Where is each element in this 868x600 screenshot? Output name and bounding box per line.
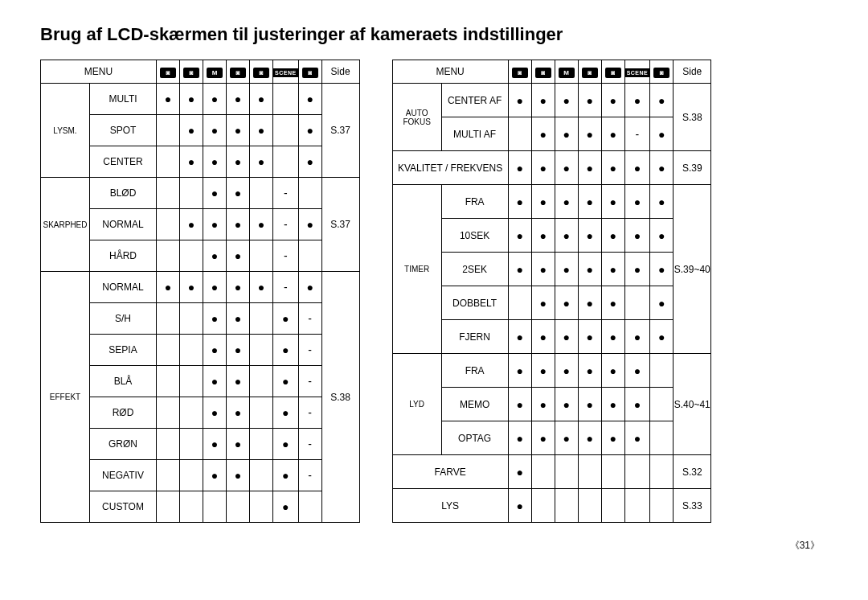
menu-item-cell: CUSTOM	[90, 491, 157, 523]
mark-cell: ●	[250, 209, 273, 240]
mark-cell: ●	[578, 253, 601, 286]
mark-cell	[157, 491, 180, 523]
menu-item-cell: MULTI	[90, 84, 157, 115]
mark-cell: ●	[203, 272, 227, 303]
mode-icon: ◙	[227, 60, 250, 84]
page-ref-cell: S.37	[321, 178, 359, 272]
mark-cell: ●	[508, 151, 531, 185]
mark-cell: ●	[578, 84, 601, 117]
mark-cell: ●	[601, 185, 624, 219]
mark-cell: ●	[531, 151, 555, 185]
mark-cell: ●	[273, 429, 299, 460]
mark-cell: ●	[601, 84, 624, 117]
mark-cell: ●	[508, 253, 531, 286]
mark-cell	[157, 115, 180, 146]
table-row: TIMERFRA●●●●●●●S.39~40	[392, 185, 711, 219]
mark-cell	[180, 429, 203, 460]
mark-cell: ●	[203, 429, 227, 460]
mark-cell: ●	[180, 272, 203, 303]
mark-cell: ●	[555, 320, 578, 354]
mark-cell: ●	[555, 151, 578, 185]
mark-cell	[555, 455, 578, 489]
mark-cell: ●	[555, 354, 578, 388]
mark-cell: ●	[531, 117, 555, 151]
menu-item-cell: NEGATIV	[90, 460, 157, 491]
mark-cell: ●	[227, 209, 250, 240]
mode-icon: ◙	[578, 60, 601, 84]
mark-cell	[157, 209, 180, 240]
mark-cell: ●	[650, 84, 674, 117]
category-cell: SKARPHED	[41, 178, 90, 272]
menu-item-cell: FJERN	[441, 320, 508, 354]
mark-cell: ●	[250, 146, 273, 178]
mark-cell	[157, 335, 180, 366]
menu-item-cell: FARVE	[392, 455, 508, 489]
mark-cell: ●	[601, 320, 624, 354]
mark-cell: ●	[508, 421, 531, 455]
mark-cell: ●	[180, 115, 203, 146]
mark-cell	[650, 421, 674, 455]
mark-cell	[508, 286, 531, 320]
page-title: Brug af LCD-skærmen til justeringer af k…	[40, 24, 828, 45]
mark-cell: ●	[203, 240, 227, 272]
mark-cell: ●	[203, 84, 227, 115]
mark-cell: ●	[601, 354, 624, 388]
mode-icon: ◙	[531, 60, 555, 84]
mark-cell	[650, 455, 674, 489]
mark-cell: ●	[227, 303, 250, 335]
mark-cell: ●	[227, 84, 250, 115]
mark-cell	[157, 460, 180, 491]
mark-cell: ●	[578, 219, 601, 253]
mark-cell	[250, 429, 273, 460]
menu-item-cell: OPTAG	[441, 421, 508, 455]
mark-cell	[273, 115, 299, 146]
mark-cell: ●	[531, 320, 555, 354]
mark-cell: -	[273, 178, 299, 209]
mark-cell: ●	[250, 84, 273, 115]
mark-cell: -	[298, 397, 321, 429]
table-row: KVALITET / FREKVENS●●●●●●●S.39	[392, 151, 711, 185]
mode-icon: M	[555, 60, 578, 84]
mark-cell: ●	[508, 455, 531, 489]
right-table: MENU ◙ ◙ M ◙ ◙ SCENE ◙ Side AUTO FOKUSCE…	[392, 60, 712, 523]
mark-cell: ●	[555, 117, 578, 151]
table-header-row: MENU ◙ ◙ M ◙ ◙ SCENE ◙ Side	[41, 60, 360, 84]
mode-icon: ◙	[250, 60, 273, 84]
mark-cell: ●	[555, 286, 578, 320]
mark-cell: ●	[227, 460, 250, 491]
mark-cell	[650, 354, 674, 388]
menu-item-cell: NORMAL	[90, 272, 157, 303]
mark-cell	[203, 491, 227, 523]
mark-cell: ●	[601, 117, 624, 151]
mark-cell: ●	[203, 178, 227, 209]
mode-icon: ◙	[180, 60, 203, 84]
page-ref-cell: S.37	[321, 84, 359, 178]
mark-cell: -	[298, 460, 321, 491]
mark-cell: ●	[531, 421, 555, 455]
mark-cell: ●	[650, 219, 674, 253]
mark-cell	[650, 489, 674, 523]
table-header-row: MENU ◙ ◙ M ◙ ◙ SCENE ◙ Side	[392, 60, 711, 84]
mark-cell: ●	[531, 354, 555, 388]
mark-cell: ●	[578, 151, 601, 185]
mark-cell: ●	[227, 115, 250, 146]
mark-cell: ●	[624, 185, 650, 219]
mark-cell: ●	[531, 253, 555, 286]
mark-cell: ●	[650, 253, 674, 286]
mark-cell: ●	[298, 115, 321, 146]
mark-cell: ●	[601, 388, 624, 421]
mark-cell	[250, 366, 273, 397]
mark-cell: ●	[203, 303, 227, 335]
mark-cell: ●	[508, 489, 531, 523]
mode-icon: ◙	[650, 60, 674, 84]
mark-cell: ●	[250, 272, 273, 303]
mark-cell	[531, 489, 555, 523]
menu-item-cell: RØD	[90, 397, 157, 429]
mark-cell	[157, 397, 180, 429]
mark-cell: ●	[508, 219, 531, 253]
page-ref-cell: S.38	[674, 84, 711, 151]
mark-cell: ●	[227, 397, 250, 429]
page-ref-cell: S.38	[321, 272, 359, 523]
mark-cell	[578, 489, 601, 523]
menu-item-cell: SPOT	[90, 115, 157, 146]
